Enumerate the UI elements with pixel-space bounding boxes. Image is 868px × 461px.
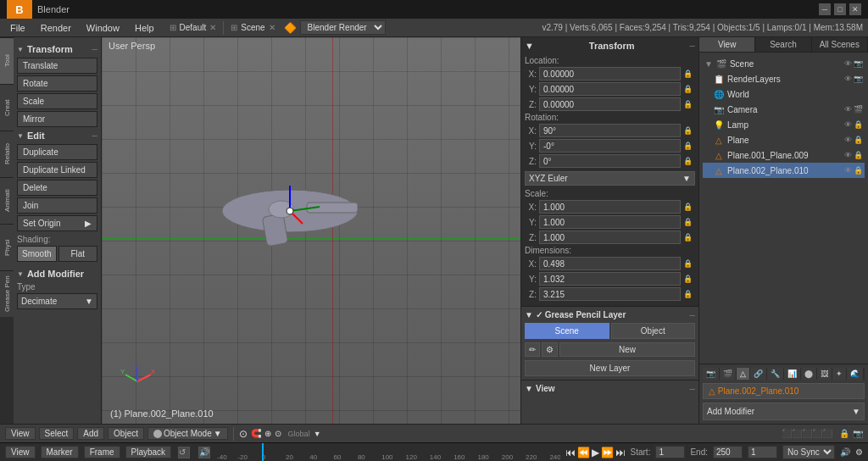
timeline-audio-icon[interactable]: 🔊 bbox=[198, 447, 210, 458]
dim-lock-x-icon[interactable]: 🔒 bbox=[683, 259, 695, 268]
sync-select[interactable]: No Sync bbox=[782, 445, 835, 459]
timeline-audio-btn[interactable]: 🔊 bbox=[840, 447, 850, 457]
add-menu-button[interactable]: Add bbox=[77, 427, 104, 440]
rotation-z-input[interactable] bbox=[539, 154, 681, 168]
plane001-item[interactable]: △ Plane.001_Plane.009 👁 🔒 bbox=[703, 147, 865, 163]
tab-search[interactable]: Search bbox=[755, 37, 811, 52]
step-back-button[interactable]: ⏪ bbox=[577, 447, 590, 458]
gp-new-button[interactable]: New bbox=[559, 342, 695, 357]
pivot-icon[interactable]: ⊙ bbox=[239, 428, 248, 440]
jump-end-button[interactable]: ⏭ bbox=[615, 447, 626, 458]
scale-y-input[interactable] bbox=[539, 215, 681, 229]
lamp-item[interactable]: 💡 Lamp 👁 🔒 bbox=[703, 117, 865, 132]
flat-button[interactable]: Flat bbox=[58, 246, 98, 262]
plane002-vis-icon[interactable]: 👁 bbox=[844, 166, 852, 175]
scale-button[interactable]: Scale bbox=[17, 93, 97, 109]
timeline-marker-btn[interactable]: Marker bbox=[41, 446, 79, 458]
dim-z-input[interactable] bbox=[539, 287, 681, 301]
gp-scene-tab[interactable]: Scene bbox=[525, 323, 609, 339]
prop-tab-particles[interactable]: ✦ bbox=[832, 368, 846, 380]
rotate-button[interactable]: Rotate bbox=[17, 75, 97, 92]
tab-animation[interactable]: Animati bbox=[0, 177, 14, 224]
scale-lock-x-icon[interactable]: 🔒 bbox=[683, 203, 695, 211]
duplicate-linked-button[interactable]: Duplicate Linked bbox=[17, 162, 97, 178]
timeline-playback-btn[interactable]: Playback bbox=[125, 446, 172, 458]
gp-draw-icon[interactable]: ✏ bbox=[525, 342, 540, 357]
gp-settings-icon[interactable]: ⚙ bbox=[542, 342, 558, 357]
close-button[interactable]: ✕ bbox=[849, 3, 861, 15]
tab-all-scenes[interactable]: All Scenes bbox=[812, 37, 868, 52]
view-menu-button[interactable]: View bbox=[5, 427, 36, 440]
prop-tab-modifier[interactable]: 🔧 bbox=[767, 368, 783, 380]
prop-tab-render[interactable]: 📷 bbox=[703, 368, 719, 380]
lock-z-icon[interactable]: 🔒 bbox=[683, 100, 695, 108]
step-forward-button[interactable]: ⏩ bbox=[601, 447, 614, 458]
render-engine-select[interactable]: Blender Render bbox=[300, 20, 386, 35]
lock-x-icon[interactable]: 🔒 bbox=[683, 69, 695, 78]
timeline-track[interactable]: -40 -20 0 20 40 60 80 100 120 140 160 18… bbox=[217, 443, 559, 461]
translate-button[interactable]: Translate bbox=[17, 58, 97, 74]
plane002-item[interactable]: △ Plane.002_Plane.010 👁 🔒 bbox=[703, 163, 865, 178]
layer-dots-icon[interactable]: ⬛⬛⬛⬛⬛ bbox=[782, 429, 832, 438]
tab-create[interactable]: Creat bbox=[0, 84, 14, 131]
lamp-vis-icon[interactable]: 👁 bbox=[844, 120, 852, 129]
tab-physics[interactable]: Physi bbox=[0, 224, 14, 270]
tab-tool[interactable]: Tool bbox=[0, 37, 14, 84]
add-modifier-button[interactable]: Add Modifier ▼ bbox=[703, 403, 865, 420]
lock-icon[interactable]: 🔒 bbox=[839, 429, 849, 438]
end-frame-input[interactable] bbox=[713, 446, 743, 458]
render-layers-item[interactable]: 📋 RenderLayers 👁 📷 bbox=[703, 71, 865, 86]
dim-lock-z-icon[interactable]: 🔒 bbox=[683, 290, 695, 298]
menu-item-render[interactable]: Render bbox=[34, 21, 78, 35]
euler-selector[interactable]: XYZ Euler ▼ bbox=[525, 171, 695, 186]
menu-item-window[interactable]: Window bbox=[80, 21, 126, 35]
prop-tab-material[interactable]: ⬤ bbox=[801, 368, 816, 380]
prop-tab-scene[interactable]: 🎬 bbox=[720, 368, 736, 380]
duplicate-button[interactable]: Duplicate bbox=[17, 144, 97, 160]
scale-lock-y-icon[interactable]: 🔒 bbox=[683, 218, 695, 226]
object-menu-button[interactable]: Object bbox=[108, 427, 144, 440]
scene-render-icon[interactable]: 📷 bbox=[854, 59, 863, 68]
start-frame-input[interactable] bbox=[655, 446, 685, 458]
timeline-loop-icon[interactable]: ↺ bbox=[178, 447, 190, 458]
tab-relations[interactable]: Relatio bbox=[0, 131, 14, 177]
location-y-input[interactable] bbox=[539, 82, 681, 96]
gp-new-layer-button[interactable]: New Layer bbox=[525, 360, 695, 376]
rotation-lock-z-icon[interactable]: 🔒 bbox=[683, 157, 695, 165]
timeline-frame-btn[interactable]: Frame bbox=[84, 446, 120, 458]
mirror-button[interactable]: Mirror bbox=[17, 111, 97, 127]
plane-item[interactable]: △ Plane 👁 🔒 bbox=[703, 132, 865, 147]
rotation-lock-x-icon[interactable]: 🔒 bbox=[683, 126, 695, 135]
camera-item[interactable]: 📷 Camera 👁 🎬 bbox=[703, 102, 865, 117]
prop-tab-object[interactable]: △ bbox=[737, 368, 749, 380]
dim-x-input[interactable] bbox=[539, 257, 681, 270]
render-layers-vis-icon[interactable]: 👁 bbox=[844, 75, 852, 83]
timeline-extra-icon[interactable]: ⚙ bbox=[855, 447, 863, 457]
scene-root-item[interactable]: ▼ 🎬 Scene 👁 📷 bbox=[703, 56, 865, 71]
lamp-render-icon[interactable]: 🔒 bbox=[854, 120, 863, 129]
prop-tab-texture[interactable]: 🖼 bbox=[817, 368, 832, 380]
play-button[interactable]: ▶ bbox=[592, 447, 599, 458]
prop-tab-constraints[interactable]: 🔗 bbox=[750, 368, 766, 380]
orientation-arrow-icon[interactable]: ▼ bbox=[314, 430, 321, 438]
dim-lock-y-icon[interactable]: 🔒 bbox=[683, 275, 695, 283]
snap-options-icon[interactable]: ⊕ bbox=[264, 429, 271, 438]
location-x-input[interactable] bbox=[539, 67, 681, 81]
maximize-button[interactable]: □ bbox=[834, 3, 846, 15]
snap-magnet-icon[interactable]: 🧲 bbox=[251, 429, 261, 438]
jump-start-button[interactable]: ⏮ bbox=[565, 447, 576, 458]
render-icon[interactable]: 📷 bbox=[853, 429, 863, 438]
scale-z-input[interactable] bbox=[539, 230, 681, 244]
location-z-input[interactable] bbox=[539, 97, 681, 111]
smooth-button[interactable]: Smooth bbox=[17, 246, 57, 262]
plane002-render-icon[interactable]: 🔒 bbox=[854, 166, 863, 175]
current-frame-input[interactable] bbox=[748, 446, 777, 458]
rotation-lock-y-icon[interactable]: 🔒 bbox=[683, 142, 695, 150]
menu-item-help[interactable]: Help bbox=[128, 21, 161, 35]
lock-y-icon[interactable]: 🔒 bbox=[683, 85, 695, 93]
prop-tab-physics[interactable]: 🌊 bbox=[847, 368, 863, 380]
plane001-render-icon[interactable]: 🔒 bbox=[854, 151, 863, 159]
set-origin-button[interactable]: Set Origin ▶ bbox=[17, 215, 97, 231]
menu-item-file[interactable]: File bbox=[3, 21, 32, 35]
scale-x-input[interactable] bbox=[539, 200, 681, 214]
